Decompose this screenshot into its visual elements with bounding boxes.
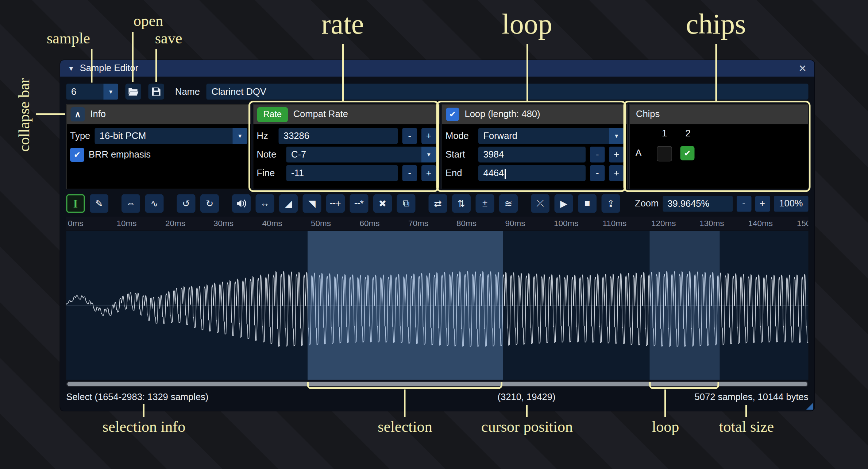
filter-button[interactable]: ≋ — [499, 194, 518, 213]
chevron-down-icon[interactable]: ▼ — [233, 128, 248, 144]
chevron-down-icon[interactable]: ▼ — [609, 128, 624, 144]
loop-enable-checkbox[interactable]: ✔ — [446, 108, 459, 121]
note-label: Note — [257, 149, 282, 160]
zoom-input[interactable]: 39.9645% — [663, 195, 733, 212]
zoom-out-button[interactable]: - — [736, 195, 751, 212]
resize-button[interactable]: ⇔ — [121, 194, 140, 213]
check-icon: ✔ — [449, 109, 456, 119]
normalize-button[interactable]: ↔ — [256, 194, 274, 213]
trim-crop-icon: ⧉ — [403, 198, 409, 209]
invert-button[interactable]: ⇅ — [452, 194, 471, 213]
reverse-icon: ⇄ — [434, 198, 441, 209]
sample-editor-window: ▼ Sample Editor ✕ 6 ▼ — [60, 60, 815, 412]
sample-name-input[interactable]: Clarinet DQV — [207, 84, 808, 100]
screenshot-background: ▼ Sample Editor ✕ 6 ▼ — [0, 0, 868, 469]
scrollbar-thumb[interactable] — [67, 382, 807, 386]
resample-button[interactable]: ∿ — [145, 194, 164, 213]
insert-silence-button[interactable]: ╌+ — [326, 194, 345, 213]
create-wavetable-button[interactable]: ⇪ — [602, 194, 620, 213]
type-value: 16-bit PCM — [94, 128, 232, 144]
window-titlebar[interactable]: ▼ Sample Editor ✕ — [60, 60, 814, 77]
sign-exchange-icon: ± — [482, 198, 487, 209]
annotation-loop: loop — [502, 8, 552, 40]
waveform-scrollbar[interactable] — [66, 381, 809, 387]
loop-region[interactable] — [650, 231, 720, 380]
sign-exchange-button[interactable]: ± — [476, 194, 494, 213]
brr-emphasis-checkbox[interactable]: ✔ — [70, 147, 84, 162]
draw-mode-button[interactable]: ✎ — [90, 194, 108, 213]
fine-decrement-button[interactable]: - — [402, 165, 417, 181]
trim-button[interactable]: ⧉ — [397, 194, 416, 213]
play-icon: ▶ — [560, 198, 567, 209]
crossfade-icon: ⤫ — [536, 198, 544, 209]
chip-1-checkbox[interactable] — [657, 146, 672, 162]
status-bar: Select (1654-2983: 1329 samples) (3210, … — [66, 388, 809, 406]
properties-panels-row: ∧ Info Type 16-bit PCM ▼ ✔ — [66, 104, 809, 189]
hz-label: Hz — [257, 131, 274, 142]
chevron-down-icon[interactable]: ▼ — [104, 84, 119, 100]
annotation-open: open — [134, 12, 163, 30]
loop-end-input[interactable]: 4464 — [478, 165, 586, 181]
loop-start-increment-button[interactable]: + — [609, 147, 624, 163]
time-ruler[interactable]: 0ms 10ms 20ms 30ms 40ms 50ms 60ms 70ms 8… — [66, 217, 809, 230]
chips-column-headers: 1 2 — [633, 128, 805, 142]
fine-input[interactable]: -11 — [286, 165, 398, 181]
floppy-save-icon — [152, 87, 161, 97]
stop-preview-button[interactable]: ■ — [578, 194, 597, 213]
waveform-view[interactable] — [66, 231, 809, 380]
selection-region[interactable] — [308, 231, 503, 380]
undo-icon: ↺ — [182, 198, 190, 209]
loop-start-input[interactable]: 3984 — [478, 147, 586, 163]
fine-increment-button[interactable]: + — [421, 165, 436, 181]
chips-row-a: A ✔ — [633, 146, 805, 162]
info-panel-title: Info — [90, 109, 106, 120]
preview-button[interactable]: ▶ — [555, 194, 573, 213]
annotation-chips: chips — [686, 8, 746, 40]
fade-out-button[interactable]: ◥ — [303, 194, 321, 213]
hz-input[interactable]: 33286 — [279, 128, 398, 144]
zoom-controls: Zoom 39.9645% - + 100% — [635, 195, 808, 212]
rate-panel-title: Compat Rate — [293, 109, 348, 120]
loop-end-increment-button[interactable]: + — [609, 165, 624, 181]
window-resize-grip[interactable] — [806, 403, 814, 410]
stop-icon: ■ — [585, 198, 590, 209]
filter-icon: ≋ — [505, 198, 512, 209]
ruler-label: 110ms — [603, 218, 627, 228]
open-sample-button[interactable] — [126, 84, 142, 100]
chip-2-checkbox[interactable]: ✔ — [680, 146, 695, 160]
select-mode-button[interactable]: I — [66, 194, 85, 213]
crossfade-button[interactable]: ⤫ — [531, 194, 549, 213]
fade-in-button[interactable]: ◢ — [279, 194, 298, 213]
redo-icon: ↻ — [206, 198, 213, 209]
loop-mode-combo[interactable]: Forward ▼ — [478, 128, 624, 144]
collapse-bar-button[interactable]: ∧ — [71, 107, 85, 121]
total-size-text: 5072 samples, 10144 bytes — [695, 392, 809, 403]
redo-button[interactable]: ↻ — [200, 194, 219, 213]
rate-button[interactable]: Rate — [257, 107, 288, 122]
hz-decrement-button[interactable]: - — [402, 128, 417, 144]
reverse-button[interactable]: ⇄ — [429, 194, 447, 213]
loop-end-decrement-button[interactable]: - — [590, 165, 605, 181]
sample-select-value: 6 — [66, 84, 104, 100]
loop-end-label: End — [445, 168, 474, 179]
ruler-label: 10ms — [117, 218, 137, 228]
zoom-in-button[interactable]: + — [755, 195, 770, 212]
close-icon[interactable]: ✕ — [798, 62, 807, 74]
undo-button[interactable]: ↺ — [177, 194, 196, 213]
type-combo[interactable]: 16-bit PCM ▼ — [94, 128, 247, 144]
amplify-button[interactable] — [232, 194, 251, 213]
hz-increment-button[interactable]: + — [421, 128, 436, 144]
folder-open-icon — [128, 87, 139, 96]
loop-start-decrement-button[interactable]: - — [590, 147, 605, 163]
chevron-down-icon[interactable]: ▼ — [421, 147, 436, 163]
delete-button[interactable]: ✖ — [373, 194, 392, 213]
save-sample-button[interactable] — [148, 84, 165, 100]
name-label: Name — [175, 86, 200, 97]
zoom-reset-button[interactable]: 100% — [774, 195, 808, 212]
zoom-label: Zoom — [635, 198, 659, 209]
note-combo[interactable]: C-7 ▼ — [286, 147, 436, 163]
apply-silence-button[interactable]: ╌* — [350, 194, 369, 213]
fade-in-icon: ◢ — [285, 198, 292, 209]
window-collapse-icon[interactable]: ▼ — [68, 65, 74, 72]
sample-select-combo[interactable]: 6 ▼ — [66, 84, 119, 100]
